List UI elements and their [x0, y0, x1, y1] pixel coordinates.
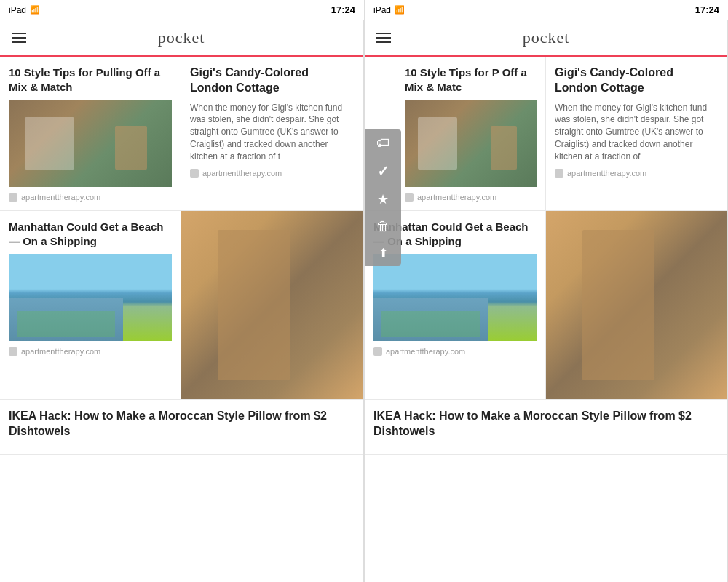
article-source-manhattan-r: apartmenttherapy.com: [373, 347, 537, 356]
article-source-style-tips-r: apartmenttherapy.com: [405, 193, 537, 202]
time-left: 17:24: [331, 4, 355, 15]
wifi-icon-left: 📶: [30, 5, 40, 15]
article-title-gigis-r: Gigi's Candy-Colored London Cottage: [555, 65, 719, 96]
article-card-ikea-left[interactable]: IKEA Hack: How to Make a Moroccan Style …: [0, 400, 363, 455]
favicon-manhattan-r: [373, 347, 382, 356]
star-icon[interactable]: ★: [377, 191, 389, 207]
source-text-style-tips-r: apartmenttherapy.com: [417, 193, 496, 202]
article-image-manhattan-r: [373, 254, 537, 341]
article-excerpt-gigis: When the money for Gigi's kitchen fund w…: [190, 102, 354, 163]
article-image-style-tips: [9, 100, 172, 187]
status-bar-left: iPad 📶 17:24: [0, 0, 364, 20]
device-label-right: iPad: [373, 5, 391, 15]
content-right[interactable]: 🏷 ✓ ★ 🗑 ⬆ 10 Style Tips for P Off a Mix …: [365, 57, 727, 582]
favicon-gigis: [190, 169, 199, 178]
article-title-style-tips: 10 Style Tips for Pulling Off a Mix & Ma…: [9, 65, 172, 94]
panel-right: pocket 🏷 ✓ ★ 🗑 ⬆ 10 Style Tips for P Off…: [365, 20, 728, 582]
source-text-style-tips: apartmenttherapy.com: [21, 193, 100, 202]
source-text-gigis-r: apartmenttherapy.com: [567, 169, 646, 178]
source-text-gigis: apartmenttherapy.com: [202, 169, 282, 178]
article-title-manhattan: Manhattan Could Get a Beach — On a Shipp…: [9, 220, 172, 248]
article-source-gigis: apartmenttherapy.com: [190, 169, 354, 178]
tag-icon[interactable]: 🏷: [376, 135, 389, 151]
article-title-gigis: Gigi's Candy-Colored London Cottage: [190, 65, 354, 96]
article-source-manhattan: apartmenttherapy.com: [9, 347, 172, 356]
menu-line-r2: [376, 37, 391, 39]
article-title-ikea-left: IKEA Hack: How to Make a Moroccan Style …: [9, 409, 354, 439]
menu-line-1: [12, 33, 26, 34]
header-right: pocket: [365, 20, 727, 57]
wifi-icon-right: 📶: [395, 5, 405, 15]
logo-left: pocket: [158, 28, 205, 47]
menu-line-r3: [376, 41, 391, 43]
panels-container: pocket 10 Style Tips for Pulling Off a M…: [0, 20, 728, 582]
article-title-style-tips-r: 10 Style Tips for P Off a Mix & Matc: [405, 65, 537, 94]
status-bar: iPad 📶 17:24 iPad 📶 17:24: [0, 0, 728, 20]
menu-line-2: [12, 37, 26, 39]
menu-button-right[interactable]: [376, 33, 391, 43]
article-title-ikea-right: IKEA Hack: How to Make a Moroccan Style …: [373, 409, 719, 439]
article-source-style-tips: apartmenttherapy.com: [9, 193, 172, 202]
article-excerpt-gigis-r: When the money for Gigi's kitchen fund w…: [555, 102, 719, 163]
share-icon[interactable]: ⬆: [379, 246, 388, 260]
article-card-ikea-right[interactable]: IKEA Hack: How to Make a Moroccan Style …: [365, 400, 727, 455]
source-text-manhattan: apartmenttherapy.com: [21, 347, 100, 356]
favicon-manhattan: [9, 347, 17, 356]
article-card-gigis[interactable]: Gigi's Candy-Colored London Cottage When…: [181, 57, 363, 211]
article-card-gigis-r[interactable]: Gigi's Candy-Colored London Cottage When…: [546, 57, 727, 211]
article-card-cooking[interactable]: [181, 211, 363, 400]
favicon-style-tips-r: [405, 193, 414, 202]
panel-left: pocket 10 Style Tips for Pulling Off a M…: [0, 20, 363, 582]
time-right: 17:24: [695, 4, 719, 15]
trash-icon[interactable]: 🗑: [376, 219, 389, 234]
favicon-gigis-r: [555, 169, 563, 178]
article-image-manhattan: [9, 254, 172, 341]
article-grid-left: 10 Style Tips for Pulling Off a Mix & Ma…: [0, 57, 363, 400]
article-image-cooking-r: [546, 211, 727, 399]
device-info-right: iPad 📶: [373, 5, 405, 15]
content-left[interactable]: 10 Style Tips for Pulling Off a Mix & Ma…: [0, 57, 363, 582]
article-source-gigis-r: apartmenttherapy.com: [555, 169, 719, 178]
article-image-style-tips-r: [405, 100, 537, 187]
menu-button-left[interactable]: [12, 33, 26, 43]
header-left: pocket: [0, 20, 363, 57]
article-card-cooking-r[interactable]: [546, 211, 727, 400]
menu-line-r1: [376, 33, 391, 34]
article-grid-right: 10 Style Tips for P Off a Mix & Matc apa…: [365, 57, 727, 400]
device-label-left: iPad: [9, 5, 26, 15]
swipe-action-overlay[interactable]: 🏷 ✓ ★ 🗑 ⬆: [365, 129, 401, 266]
check-icon[interactable]: ✓: [377, 162, 389, 180]
article-card-manhattan[interactable]: Manhattan Could Get a Beach — On a Shipp…: [0, 211, 181, 400]
menu-line-3: [12, 41, 26, 43]
logo-right: pocket: [523, 28, 570, 47]
article-card-style-tips[interactable]: 10 Style Tips for Pulling Off a Mix & Ma…: [0, 57, 181, 211]
source-text-manhattan-r: apartmenttherapy.com: [386, 347, 465, 356]
device-info-left: iPad 📶: [9, 5, 40, 15]
favicon-style-tips: [9, 193, 17, 202]
article-image-cooking: [181, 211, 363, 399]
status-bar-right: iPad 📶 17:24: [364, 0, 728, 20]
